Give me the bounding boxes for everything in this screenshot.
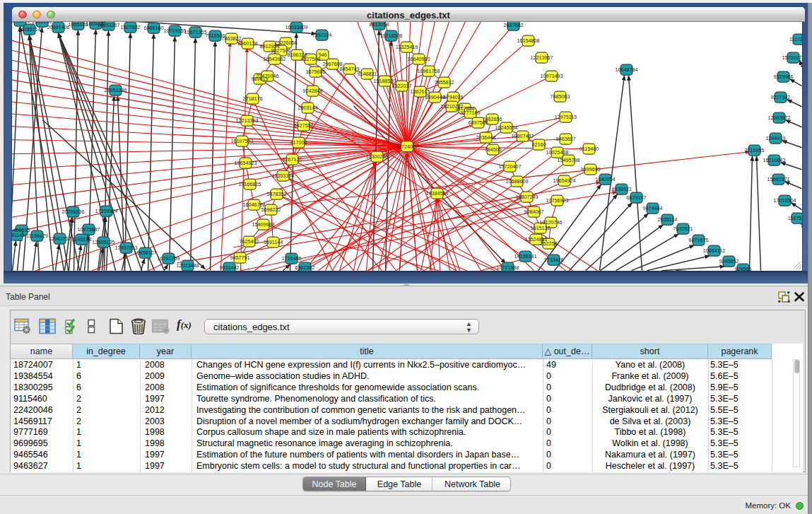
- svg-text:15495798: 15495798: [557, 157, 579, 163]
- svg-text:9777169: 9777169: [460, 110, 480, 116]
- svg-text:10025438: 10025438: [546, 149, 568, 156]
- svg-text:18807249: 18807249: [515, 194, 538, 200]
- svg-text:784506: 784506: [484, 146, 501, 153]
- svg-text:9227342: 9227342: [770, 94, 790, 100]
- svg-text:8813054: 8813054: [369, 22, 389, 28]
- svg-text:9146821: 9146821: [357, 71, 377, 77]
- svg-text:10975887: 10975887: [77, 226, 100, 233]
- svg-text:1691144: 1691144: [263, 239, 282, 245]
- svg-text:9699695: 9699695: [580, 166, 600, 173]
- svg-text:16210643: 16210643: [763, 157, 785, 163]
- svg-text:20206536: 20206536: [61, 209, 84, 215]
- svg-text:7462656: 7462656: [482, 116, 502, 122]
- svg-text:12093872: 12093872: [767, 115, 790, 121]
- svg-text:8471676: 8471676: [688, 237, 708, 243]
- svg-text:2687682: 2687682: [503, 22, 523, 28]
- svg-text:16107553: 16107553: [230, 138, 253, 144]
- svg-text:16640910: 16640910: [407, 56, 430, 62]
- svg-text:6879197: 6879197: [626, 194, 646, 201]
- svg-text:7625402: 7625402: [239, 238, 259, 245]
- svg-text:252254: 252254: [540, 240, 557, 247]
- svg-text:2718176: 2718176: [242, 95, 262, 102]
- svg-text:8990448: 8990448: [425, 94, 445, 100]
- svg-text:1117232: 1117232: [789, 36, 802, 42]
- svg-text:9474444: 9474444: [642, 205, 662, 211]
- svg-text:9457791: 9457791: [230, 255, 249, 261]
- svg-text:9327508: 9327508: [300, 56, 320, 62]
- svg-text:11156829: 11156829: [26, 233, 48, 239]
- svg-text:17016504: 17016504: [773, 197, 796, 204]
- svg-text:22420046: 22420046: [256, 73, 278, 79]
- svg-text:10671355: 10671355: [184, 29, 206, 35]
- svg-text:5698222: 5698222: [261, 206, 281, 213]
- svg-text:19654924: 19654924: [553, 177, 575, 184]
- svg-text:2803144: 2803144: [298, 105, 317, 111]
- svg-text:9245652: 9245652: [719, 258, 739, 264]
- svg-text:2036448: 2036448: [476, 134, 495, 141]
- svg-text:8960128: 8960128: [237, 40, 257, 47]
- svg-text:8427552: 8427552: [293, 122, 313, 129]
- svg-text:10973493: 10973493: [540, 73, 563, 79]
- svg-text:19654923: 19654923: [234, 160, 257, 166]
- svg-text:19384554: 19384554: [425, 190, 448, 197]
- svg-text:1527602: 1527602: [120, 24, 140, 30]
- svg-text:15692971: 15692971: [767, 176, 789, 182]
- svg-text:10653267: 10653267: [97, 22, 119, 28]
- svg-text:8938923: 8938923: [611, 186, 631, 192]
- svg-text:16648784: 16648784: [615, 66, 637, 73]
- svg-text:16033809: 16033809: [285, 24, 307, 30]
- svg-text:6794028: 6794028: [443, 94, 463, 100]
- svg-text:18724007: 18724007: [396, 144, 418, 150]
- svg-text:1065326: 1065326: [68, 22, 88, 28]
- svg-text:10807487: 10807487: [511, 133, 534, 139]
- svg-text:391141: 391141: [12, 232, 25, 238]
- svg-text:20691406: 20691406: [47, 24, 69, 30]
- svg-text:25226058: 25226058: [274, 40, 297, 46]
- svg-text:1615132: 1615132: [530, 225, 550, 231]
- svg-text:10719155: 10719155: [163, 28, 186, 34]
- svg-text:14055714: 14055714: [18, 26, 40, 33]
- svg-text:1733426: 1733426: [543, 257, 563, 263]
- svg-text:9115460: 9115460: [579, 146, 598, 152]
- svg-text:1716485: 1716485: [281, 255, 301, 262]
- svg-text:10688609: 10688609: [505, 178, 528, 185]
- svg-text:18300295: 18300295: [365, 153, 388, 160]
- svg-text:16245534: 16245534: [495, 124, 517, 131]
- svg-text:15409948: 15409948: [252, 221, 274, 228]
- svg-text:8267130: 8267130: [282, 156, 302, 163]
- svg-text:12942737: 12942737: [48, 235, 71, 242]
- svg-text:7357224: 7357224: [312, 32, 331, 38]
- svg-text:3215955: 3215955: [744, 147, 764, 153]
- svg-text:16154808: 16154808: [517, 37, 539, 44]
- svg-text:546: 546: [318, 52, 326, 58]
- svg-text:9084067: 9084067: [524, 209, 543, 215]
- svg-text:1244419: 1244419: [765, 135, 785, 141]
- svg-text:7632621: 7632621: [673, 226, 693, 232]
- svg-text:9242848: 9242848: [302, 88, 322, 94]
- svg-text:2935114: 2935114: [657, 216, 676, 223]
- svg-text:19756923: 19756923: [546, 197, 568, 204]
- svg-text:14136141: 14136141: [514, 253, 536, 259]
- svg-text:29053346: 29053346: [104, 87, 126, 93]
- svg-text:17359924: 17359924: [95, 208, 117, 214]
- svg-text:15751074: 15751074: [782, 54, 801, 61]
- svg-text:12023448: 12023448: [176, 262, 199, 269]
- svg-text:12213967: 12213967: [530, 54, 553, 61]
- svg-text:417006: 417006: [290, 139, 307, 146]
- svg-text:5878352: 5878352: [266, 191, 286, 197]
- svg-text:1905571: 1905571: [12, 22, 30, 24]
- svg-text:16543962: 16543962: [263, 56, 286, 62]
- svg-text:11353394: 11353394: [271, 173, 293, 179]
- svg-text:7955812: 7955812: [434, 79, 454, 86]
- svg-text:6361362: 6361362: [295, 264, 314, 271]
- svg-text:12213363: 12213363: [235, 117, 258, 124]
- svg-text:12975115: 12975115: [554, 114, 576, 120]
- svg-text:16961758: 16961758: [417, 68, 440, 74]
- svg-text:11325419: 11325419: [395, 44, 417, 50]
- svg-text:12505135: 12505135: [92, 239, 114, 245]
- svg-text:16782759: 16782759: [157, 255, 180, 262]
- svg-text:9463627: 9463627: [555, 136, 575, 142]
- svg-text:6322037: 6322037: [392, 83, 411, 89]
- svg-text:62160: 62160: [531, 141, 546, 148]
- svg-text:3675685: 3675685: [305, 69, 325, 75]
